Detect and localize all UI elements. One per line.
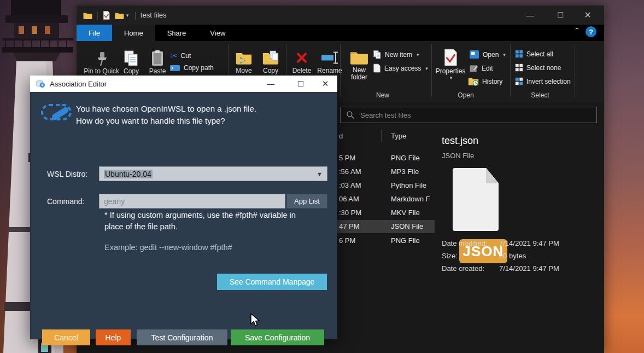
- copy-path-icon: [169, 65, 180, 72]
- dialog-titlebar: Association Editor — ☐ ✕: [30, 76, 337, 92]
- delete-button[interactable]: Delete: [289, 50, 315, 74]
- dialog-minimize-button[interactable]: —: [259, 76, 283, 92]
- file-row[interactable]: :56 AM MP3 File: [337, 165, 435, 178]
- association-editor-icon: [36, 80, 45, 88]
- new-folder-icon: [350, 49, 368, 65]
- help-icon[interactable]: ?: [586, 26, 596, 37]
- select-all-icon: [515, 50, 523, 58]
- json-file-icon: JSON: [453, 168, 499, 231]
- tab-file[interactable]: File: [77, 25, 112, 41]
- maximize-button[interactable]: ☐: [547, 5, 574, 25]
- close-button[interactable]: ✕: [574, 5, 601, 25]
- folder-icon[interactable]: [83, 11, 92, 19]
- see-command-manpage-button[interactable]: See Command Manpage: [217, 274, 327, 290]
- dialog-close-button[interactable]: ✕: [313, 76, 337, 92]
- file-list: d Type 5 PM PNG File :56 AM MP3 File :03…: [337, 126, 436, 353]
- wsl-distro-value: Ubuntu-20.04: [104, 170, 153, 178]
- custom-arguments-note: * If using custom arguments, use the #fp…: [104, 210, 323, 233]
- selected-file-type: JSON File: [442, 152, 474, 160]
- properties-button[interactable]: Properties ▾: [434, 49, 467, 80]
- edit-icon: [469, 63, 478, 73]
- search-icon: [346, 111, 355, 119]
- app-list-button[interactable]: App List: [286, 194, 327, 209]
- search-box[interactable]: [340, 107, 597, 123]
- help-button[interactable]: Help: [96, 329, 131, 345]
- copy-folder-icon: [262, 50, 279, 66]
- detail-field: Date created: 7/14/2021 9:47 PM: [442, 264, 600, 273]
- selected-file-name: test.json: [442, 135, 478, 147]
- folder-icon[interactable]: [115, 11, 124, 19]
- command-label: Command:: [47, 197, 84, 206]
- column-header-type[interactable]: Type: [391, 132, 406, 140]
- copy-path-button[interactable]: Copy path: [169, 64, 214, 72]
- openinwsl-logo-icon: [40, 100, 75, 129]
- group-label-open: Open: [458, 91, 473, 99]
- file-row[interactable]: 06 AM Markdown F: [337, 193, 435, 206]
- wsl-distro-select[interactable]: Ubuntu-20.04 ▼: [99, 166, 327, 181]
- chevron-down-icon: ▾: [417, 52, 419, 57]
- minimize-button[interactable]: —: [517, 5, 544, 25]
- new-item-icon: [373, 50, 382, 59]
- paste-icon: [150, 50, 165, 66]
- open-app-icon: [469, 50, 479, 59]
- chevron-down-icon: ▾: [450, 75, 453, 80]
- explorer-titlebar: | ▾ | test files — ☐ ✕: [77, 5, 604, 25]
- ribbon-tab-strip: File Home Share View: [77, 25, 604, 41]
- file-row[interactable]: :03 AM Python File: [337, 179, 435, 192]
- cut-button[interactable]: ✂ Cut: [171, 51, 191, 61]
- easy-access-button[interactable]: Easy access ▾: [373, 63, 428, 73]
- pin-to-quick-button[interactable]: Pin to Quick: [81, 50, 122, 75]
- tab-view[interactable]: View: [198, 25, 237, 41]
- file-row[interactable]: 6 PM PNG File: [337, 234, 435, 247]
- delete-x-icon: [294, 50, 310, 66]
- chevron-down-icon: ▼: [317, 171, 323, 177]
- column-header-date[interactable]: d: [339, 132, 343, 140]
- column-divider[interactable]: [381, 130, 382, 142]
- chevron-down-icon: ▾: [503, 52, 506, 57]
- new-folder-button[interactable]: New folder: [344, 49, 374, 81]
- dialog-title: Association Editor: [50, 80, 107, 88]
- new-item-button[interactable]: New item ▾: [373, 50, 419, 59]
- move-to-button[interactable]: Move: [231, 50, 256, 74]
- command-input[interactable]: [99, 194, 285, 209]
- collapse-ribbon-icon[interactable]: ⌃: [574, 26, 580, 34]
- copy-to-button[interactable]: Copy: [258, 50, 283, 74]
- select-all-button[interactable]: Select all: [515, 50, 553, 58]
- invert-selection-button[interactable]: Invert selection: [515, 77, 571, 85]
- edit-button[interactable]: Edit: [469, 63, 493, 73]
- file-row[interactable]: :30 PM MKV File: [337, 206, 435, 219]
- select-none-button[interactable]: Select none: [515, 63, 561, 72]
- properties-check-icon[interactable]: [102, 11, 110, 20]
- select-none-icon: [515, 63, 523, 72]
- easy-access-icon: [373, 63, 381, 73]
- tab-home[interactable]: Home: [112, 25, 155, 41]
- test-configuration-button[interactable]: Test Configuration: [137, 329, 227, 345]
- scissors-icon: ✂: [171, 51, 178, 61]
- mouse-cursor: [249, 313, 260, 327]
- rename-icon: [320, 50, 339, 66]
- file-row-selected[interactable]: 47 PM JSON File: [337, 220, 435, 233]
- group-label-new: New: [376, 91, 389, 99]
- dialog-message: You have chosen OpenInWSL to open a .jso…: [76, 103, 256, 127]
- dialog-maximize-button[interactable]: ☐: [289, 76, 313, 92]
- copy-icon: [123, 50, 139, 66]
- paste-button[interactable]: Paste: [145, 50, 170, 75]
- detail-field: Date modified: 7/14/2021 9:47 PM: [442, 239, 600, 247]
- file-row[interactable]: 5 PM PNG File: [337, 152, 435, 165]
- open-button[interactable]: Open ▾: [469, 50, 506, 59]
- copy-button[interactable]: Copy: [119, 50, 143, 75]
- properties-icon: [443, 49, 458, 66]
- dialog-body: You have chosen OpenInWSL to open a .jso…: [30, 92, 337, 339]
- search-input[interactable]: [360, 111, 591, 119]
- pin-icon: [93, 50, 110, 66]
- divider: |: [96, 11, 98, 20]
- history-button[interactable]: History: [468, 77, 502, 86]
- cancel-button[interactable]: Cancel: [42, 329, 90, 345]
- window-title: test files: [140, 11, 167, 19]
- association-editor-dialog: Association Editor — ☐ ✕ You have chosen…: [30, 76, 337, 339]
- quick-access-dropdown-icon[interactable]: ▾: [126, 13, 129, 18]
- move-folder-icon: [235, 50, 253, 66]
- example-text: Example: gedit --new-window #fpth#: [104, 243, 232, 252]
- tab-share[interactable]: Share: [155, 25, 198, 41]
- save-configuration-button[interactable]: Save Configuration: [231, 329, 324, 345]
